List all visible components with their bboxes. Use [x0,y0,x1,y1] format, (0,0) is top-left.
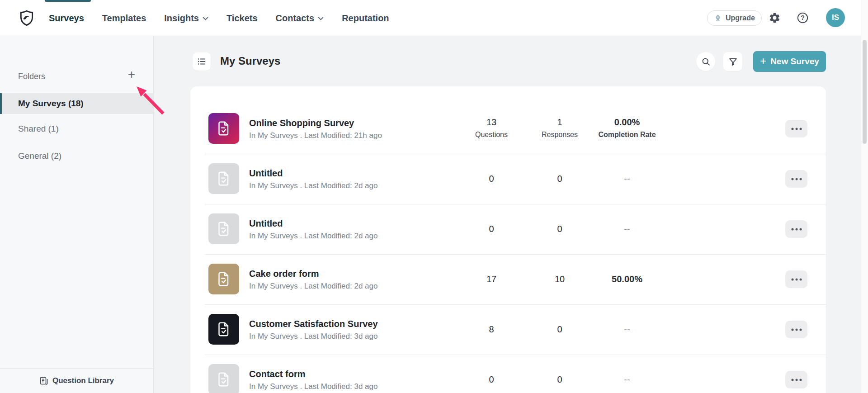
questions-stat: 0 [460,154,523,204]
completion-stat: -- [573,355,681,393]
add-folder-button[interactable]: + [123,66,140,83]
survey-row[interactable]: Customer Satisfaction Survey In My Surve… [190,304,826,355]
questions-count: 0 [489,374,494,385]
primary-nav: Surveys Templates Insights Tickets Conta… [49,0,389,36]
gear-icon [769,12,781,24]
survey-row[interactable]: Untitled In My Surveys . Last Modified: … [190,204,826,254]
chevron-down-icon [318,17,324,20]
survey-text: Untitled In My Surveys . Last Modified: … [249,168,377,190]
survey-subtitle: In My Surveys . Last Modified: 2d ago [249,181,377,190]
questions-count: 0 [489,224,494,234]
svg-text:?: ? [801,14,805,21]
responses-count: 0 [557,174,562,184]
questions-stat: 17 [460,254,523,304]
survey-title[interactable]: Cake order form [249,268,377,279]
survey-title[interactable]: Untitled [249,218,377,228]
survey-subtitle: In My Surveys . Last Modified: 3d ago [249,382,377,391]
ellipsis-icon [791,228,802,231]
survey-text: Online Shopping Survey In My Surveys . L… [249,118,382,140]
row-actions-button[interactable] [785,371,807,388]
question-library-button[interactable]: Question Library [0,368,153,393]
nav-insights[interactable]: Insights [164,13,208,24]
nav-contacts-label: Contacts [276,13,315,24]
responses-count: 0 [557,374,562,385]
nav-surveys[interactable]: Surveys [49,13,84,24]
nav-templates[interactable]: Templates [102,13,146,24]
document-icon [216,371,232,388]
completion-label[interactable]: Completion Rate [598,131,656,140]
row-actions-button[interactable] [785,170,807,188]
row-actions-button[interactable] [785,321,807,338]
survey-title[interactable]: Customer Satisfaction Survey [249,318,378,329]
filter-icon [728,57,738,66]
survey-title[interactable]: Online Shopping Survey [249,118,382,128]
upgrade-label: Upgrade [726,14,755,22]
completion-rate: -- [624,324,630,335]
upgrade-button[interactable]: Upgrade [707,10,762,26]
app-logo-shield-icon[interactable] [18,9,35,27]
survey-subtitle: In My Surveys . Last Modified: 2d ago [249,231,377,240]
list-icon [197,57,207,66]
survey-text: Untitled In My Surveys . Last Modified: … [249,218,377,240]
document-icon [216,321,232,337]
row-actions-button[interactable] [785,270,807,288]
survey-subtitle: In My Surveys . Last Modified: 21h ago [249,131,382,140]
row-actions-button[interactable] [785,120,807,137]
questions-count: 0 [489,174,494,184]
survey-row[interactable]: Contact form In My Surveys . Last Modifi… [190,355,826,393]
completion-rate: -- [624,374,630,385]
question-library-icon [39,376,48,385]
nav-tickets[interactable]: Tickets [226,13,258,24]
nav-contacts[interactable]: Contacts [276,13,324,24]
ellipsis-icon [791,328,802,331]
completion-rate: -- [624,224,630,234]
document-icon [216,221,232,237]
survey-row[interactable]: Untitled In My Surveys . Last Modified: … [190,154,826,204]
questions-count: 17 [486,274,496,284]
survey-text: Cake order form In My Surveys . Last Mod… [249,268,377,290]
survey-icon [208,113,239,144]
completion-rate: 50.00% [612,274,642,284]
sidebar: Folders + My Surveys (18) Shared (1) Gen… [0,36,154,393]
nav-reputation[interactable]: Reputation [342,13,389,24]
survey-subtitle: In My Surveys . Last Modified: 3d ago [249,331,378,341]
survey-row[interactable]: Online Shopping Survey In My Surveys . L… [190,104,826,154]
settings-button[interactable] [769,12,781,24]
survey-title[interactable]: Contact form [249,369,377,379]
sidebar-item-my-surveys[interactable]: My Surveys (18) [0,93,153,114]
responses-count: 0 [557,224,562,234]
rocket-icon [714,14,722,22]
nav-insights-label: Insights [164,13,199,24]
questions-label[interactable]: Questions [475,131,508,140]
questions-stat: 13 Questions [460,104,523,154]
ellipsis-icon [791,379,802,381]
user-avatar[interactable]: IS [826,8,845,27]
document-icon [216,170,232,187]
collapse-sidebar-button[interactable] [193,52,211,71]
new-survey-button[interactable]: + New Survey [753,51,826,72]
ellipsis-icon [791,178,802,180]
scrollbar-thumb[interactable] [863,40,867,144]
completion-rate: -- [624,174,630,184]
survey-list-card: Online Shopping Survey In My Surveys . L… [190,86,826,393]
help-button[interactable]: ? [797,12,809,24]
scrollbar-track[interactable] [861,0,868,393]
row-actions-button[interactable] [785,220,807,238]
questions-stat: 0 [460,355,523,393]
question-library-label: Question Library [52,376,114,385]
filter-button[interactable] [723,52,742,71]
survey-list: Online Shopping Survey In My Surveys . L… [190,104,826,393]
survey-title[interactable]: Untitled [249,168,377,178]
survey-subtitle: In My Surveys . Last Modified: 2d ago [249,281,377,290]
responses-label[interactable]: Responses [542,131,578,140]
ellipsis-icon [791,128,802,130]
responses-count: 0 [557,324,562,335]
sidebar-item-shared[interactable]: Shared (1) [0,118,153,139]
survey-row[interactable]: Cake order form In My Surveys . Last Mod… [190,254,826,304]
survey-icon [208,314,239,345]
search-button[interactable] [696,52,715,71]
sidebar-item-general[interactable]: General (2) [0,146,153,166]
document-icon [216,120,232,137]
ellipsis-icon [791,278,802,281]
chevron-down-icon [203,17,208,20]
